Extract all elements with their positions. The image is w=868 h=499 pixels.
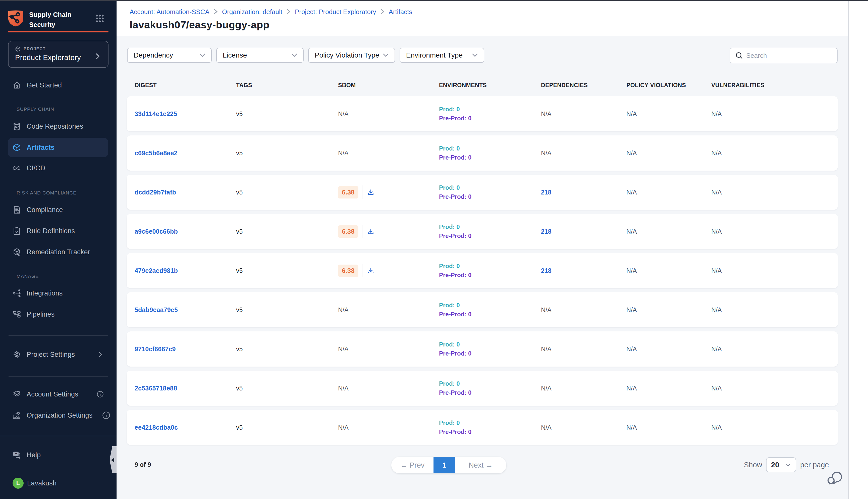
svg-text:?: ? (15, 452, 17, 456)
